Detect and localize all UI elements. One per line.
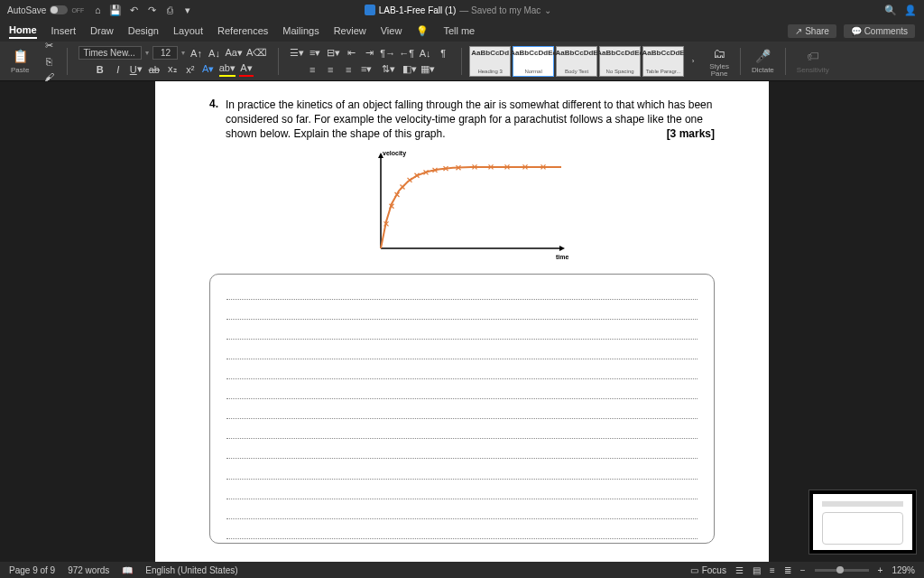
page-thumbnail-preview[interactable]: [808, 489, 917, 555]
outline-icon[interactable]: ≣: [784, 565, 791, 575]
redo-icon[interactable]: ↷: [145, 4, 158, 16]
user-icon[interactable]: 👤: [904, 4, 917, 16]
focus-mode-button[interactable]: ▭ Focus: [690, 565, 726, 575]
save-icon[interactable]: 💾: [109, 4, 122, 16]
cut-icon[interactable]: ✂: [42, 39, 56, 53]
italic-button[interactable]: I: [111, 62, 125, 77]
tellme-input[interactable]: Tell me: [443, 23, 475, 38]
increase-indent-icon[interactable]: ⇥: [362, 46, 376, 61]
styles-pane-button[interactable]: 🗂 Styles Pane: [706, 45, 733, 78]
decrease-font-icon[interactable]: A↓: [207, 46, 221, 61]
align-left-icon[interactable]: ≡: [305, 62, 319, 77]
answer-line[interactable]: [226, 343, 698, 359]
answer-line[interactable]: [226, 523, 698, 539]
text-effects-icon[interactable]: A▾: [201, 62, 216, 77]
answer-box[interactable]: [209, 274, 715, 544]
borders-icon[interactable]: ▦▾: [420, 62, 435, 77]
autosave-toggle[interactable]: AutoSave OFF: [7, 5, 84, 15]
styles-more-icon[interactable]: ›: [686, 54, 700, 69]
language-indicator[interactable]: English (United States): [145, 565, 237, 575]
answer-line[interactable]: [226, 363, 698, 379]
question-number: 4.: [209, 98, 218, 142]
answer-line[interactable]: [226, 403, 698, 419]
underline-button[interactable]: U▾: [129, 62, 143, 77]
multilevel-list-icon[interactable]: ⊟▾: [326, 46, 340, 61]
zoom-slider[interactable]: [815, 569, 869, 572]
answer-line[interactable]: [226, 463, 698, 480]
clear-format-icon[interactable]: A⌫: [246, 46, 267, 61]
shading-icon[interactable]: ◧▾: [402, 62, 417, 77]
tab-design[interactable]: Design: [128, 23, 159, 38]
share-button[interactable]: ↗ Share: [788, 24, 836, 38]
word-count[interactable]: 972 words: [68, 565, 109, 575]
zoom-in-button[interactable]: +: [878, 565, 883, 575]
page-indicator[interactable]: Page 9 of 9: [9, 565, 55, 575]
answer-line[interactable]: [226, 323, 698, 340]
change-case-icon[interactable]: Aa▾: [225, 46, 242, 61]
zoom-level[interactable]: 129%: [892, 565, 915, 575]
tab-home[interactable]: Home: [9, 23, 37, 39]
answer-line[interactable]: [226, 383, 698, 399]
align-center-icon[interactable]: ≡: [323, 62, 337, 77]
ltr-icon[interactable]: ¶→: [380, 46, 395, 61]
answer-line[interactable]: [226, 503, 698, 519]
title-dropdown-icon[interactable]: ⌄: [544, 5, 551, 15]
show-marks-icon[interactable]: ¶: [436, 46, 450, 61]
answer-line[interactable]: [226, 423, 698, 439]
paste-button[interactable]: 📋 Paste: [7, 48, 32, 74]
increase-font-icon[interactable]: A↑: [189, 46, 203, 61]
document-title[interactable]: LAB-1-Free Fall (1) — Saved to my Mac ⌄: [365, 5, 552, 15]
print-icon[interactable]: ⎙: [163, 4, 176, 16]
highlight-icon[interactable]: ab▾: [219, 62, 236, 77]
sensitivity-button[interactable]: 🏷 Sensitivity: [793, 48, 833, 74]
align-right-icon[interactable]: ≡: [341, 62, 356, 77]
print-layout-icon[interactable]: ▤: [753, 565, 761, 575]
answer-line[interactable]: [226, 303, 698, 320]
comments-button[interactable]: 💬 Comments: [844, 24, 915, 38]
copy-icon[interactable]: ⎘: [42, 54, 56, 69]
undo-icon[interactable]: ↶: [127, 4, 140, 16]
tab-mailings[interactable]: Mailings: [282, 23, 319, 38]
justify-icon[interactable]: ≡▾: [359, 62, 374, 77]
subscript-button[interactable]: x₂: [165, 62, 180, 77]
font-color-icon[interactable]: A▾: [239, 62, 254, 77]
answer-line[interactable]: [226, 483, 698, 499]
zoom-out-button[interactable]: −: [800, 565, 806, 575]
style-normal[interactable]: AaBbCcDdEeNormal: [513, 46, 554, 77]
bullets-icon[interactable]: ☰▾: [290, 46, 304, 61]
sensitivity-icon: 🏷: [805, 48, 821, 64]
decrease-indent-icon[interactable]: ⇤: [344, 46, 358, 61]
answer-line[interactable]: [226, 443, 698, 459]
autosave-switch-off[interactable]: [50, 5, 68, 14]
tab-draw[interactable]: Draw: [90, 23, 114, 38]
styles-gallery[interactable]: AaBbCcDdHeading 3 AaBbCcDdEeNormal AaBbC…: [469, 46, 700, 77]
tab-view[interactable]: View: [381, 23, 402, 38]
customize-dropdown-icon[interactable]: ▾: [181, 4, 194, 16]
answer-line[interactable]: [226, 284, 698, 300]
font-name-select[interactable]: Times New...: [79, 46, 142, 60]
line-spacing-icon[interactable]: ⇅▾: [377, 62, 399, 77]
font-size-select[interactable]: 12: [152, 46, 178, 60]
style-heading3[interactable]: AaBbCcDdHeading 3: [469, 46, 511, 77]
search-icon[interactable]: 🔍: [884, 4, 897, 16]
document-page[interactable]: 4. In practice the kinetics of an object…: [155, 81, 769, 562]
strikethrough-button[interactable]: ab: [147, 62, 162, 77]
dictate-button[interactable]: 🎤 Dictate: [748, 48, 778, 74]
tab-review[interactable]: Review: [334, 23, 366, 38]
tab-references[interactable]: References: [217, 23, 268, 38]
spellcheck-icon[interactable]: 📖: [122, 565, 133, 575]
numbering-icon[interactable]: ≡▾: [308, 46, 322, 61]
style-table-paragraph[interactable]: AaBbCcDdETable Paragr...: [642, 46, 684, 77]
tab-insert[interactable]: Insert: [51, 23, 77, 38]
bold-button[interactable]: B: [93, 62, 107, 77]
style-no-spacing[interactable]: AaBbCcDdEeNo Spacing: [599, 46, 641, 77]
web-layout-icon[interactable]: ≡: [770, 565, 775, 575]
sort-icon[interactable]: A↓: [418, 46, 432, 61]
tab-layout[interactable]: Layout: [173, 23, 203, 38]
read-mode-icon[interactable]: ☰: [735, 565, 744, 575]
superscript-button[interactable]: x²: [183, 62, 198, 77]
question-marks: [3 marks]: [667, 126, 715, 141]
rtl-icon[interactable]: ←¶: [399, 46, 414, 61]
home-icon[interactable]: ⌂: [91, 4, 104, 16]
style-body-text[interactable]: AaBbCcDdEBody Text: [556, 46, 597, 77]
